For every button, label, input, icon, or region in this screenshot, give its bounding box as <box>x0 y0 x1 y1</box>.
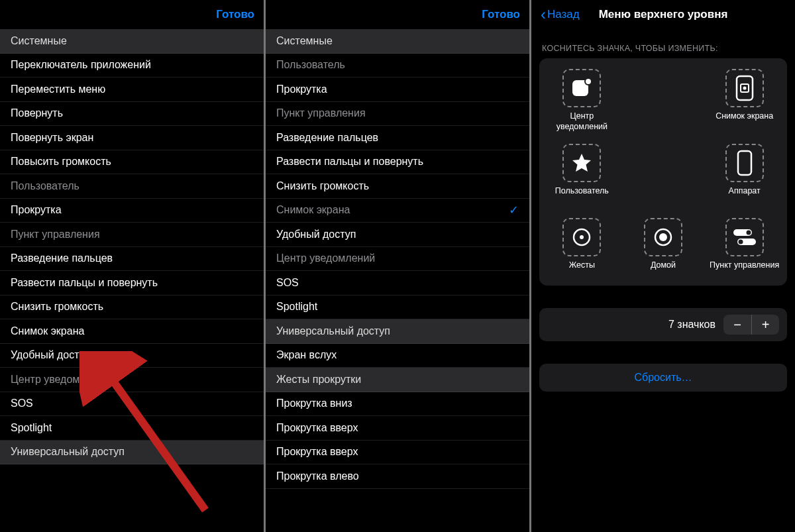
done-button[interactable]: Готово <box>482 8 520 21</box>
list-item[interactable]: Пользователь <box>266 54 529 78</box>
navbar-3: ‹ Назад Меню верхнего уровня <box>531 0 795 29</box>
list-item-label: Переместить меню <box>11 83 105 95</box>
notif-icon[interactable] <box>562 69 601 107</box>
list-item-label: Экран вслух <box>276 349 337 361</box>
section-hint: КОСНИТЕСЬ ЗНАЧКА, ЧТОБЫ ИЗМЕНИТЬ: <box>531 29 795 58</box>
toggles-icon[interactable] <box>725 218 764 256</box>
list-item[interactable]: Переключатель приложений <box>0 54 264 78</box>
list-item[interactable]: Spotlight <box>0 416 264 441</box>
list-item[interactable]: Разведение пальцев <box>266 126 529 150</box>
list-item[interactable]: Снимок экрана✓ <box>266 199 529 223</box>
list-item[interactable]: Прокрутка вниз <box>266 392 529 417</box>
svg-rect-7 <box>738 151 751 175</box>
stepper-plus[interactable]: + <box>751 315 779 335</box>
icon-grid-card: Центр уведомленийСнимок экранаПользовате… <box>539 58 787 286</box>
list-item-label: Снимок экрана <box>276 204 350 216</box>
list-item-label: Развести пальцы и повернуть <box>11 277 158 289</box>
list-item[interactable]: Прокрутка влево <box>266 464 529 489</box>
icon-label: Домой <box>651 260 676 280</box>
list-item-label: Пункт управления <box>11 229 100 240</box>
gesture-icon[interactable] <box>562 218 601 256</box>
list-item-label: Повысить громкость <box>11 156 111 168</box>
reset-button[interactable]: Сбросить… <box>539 364 787 392</box>
list-item-label: Системные <box>276 35 333 47</box>
panel-1: Готово СистемныеПереключатель приложений… <box>0 0 264 532</box>
list-item-label: Снизить громкость <box>11 301 103 313</box>
list-item[interactable]: Spotlight <box>266 295 529 320</box>
list-item-label: Прокрутка вверх <box>276 422 358 434</box>
list-item-label: Spotlight <box>276 301 317 313</box>
navbar-2: Готово <box>266 0 529 29</box>
list-item-label: Пользователь <box>276 59 345 71</box>
icon-label: Жесты <box>569 260 595 280</box>
list-item[interactable]: Развести пальцы и повернуть <box>266 150 529 175</box>
list-item[interactable]: Снимок экрана <box>0 319 264 344</box>
svg-point-9 <box>580 235 584 239</box>
section-header: Системные <box>0 29 264 54</box>
device-icon[interactable] <box>725 144 764 182</box>
list-item[interactable]: Повысить громкость <box>0 150 264 175</box>
stepper-minus[interactable]: − <box>723 315 751 335</box>
list-item-label: Снизить громкость <box>276 180 369 192</box>
list-item[interactable]: Прокрутка <box>266 78 529 102</box>
list-item-label: Универсальный доступ <box>11 446 125 458</box>
list-item-label: Развести пальцы и повернуть <box>276 156 423 168</box>
svg-point-6 <box>743 87 746 90</box>
icon-count-stepper[interactable]: − + <box>723 315 779 335</box>
list-item-label: Разведение пальцев <box>11 252 113 264</box>
list-item[interactable]: Пользователь <box>0 174 264 199</box>
option-list-1[interactable]: СистемныеПереключатель приложенийПеремес… <box>0 29 264 532</box>
list-item[interactable]: Переместить меню <box>0 78 264 102</box>
list-item[interactable]: SOS <box>0 392 264 417</box>
screenshot-icon[interactable] <box>725 69 764 107</box>
list-item-label: Снимок экрана <box>11 325 84 337</box>
list-item[interactable]: Прокрутка <box>0 199 264 223</box>
list-item-label: Центр уведомлений <box>11 374 109 386</box>
list-item[interactable]: Повернуть экран <box>0 126 264 150</box>
list-item[interactable]: Прокрутка вверх <box>266 416 529 441</box>
list-item[interactable]: Прокрутка вверх <box>266 441 529 465</box>
list-item-label: Центр уведомлений <box>276 252 375 264</box>
list-item-label: Повернуть экран <box>11 132 93 144</box>
list-item[interactable]: Удобный доступ <box>0 344 264 368</box>
list-item-label: Прокрутка <box>276 83 327 95</box>
list-item[interactable]: Развести пальцы и повернуть <box>0 271 264 295</box>
icon-label: Пункт управления <box>710 260 779 280</box>
list-item-label: Переключатель приложений <box>11 59 151 71</box>
navbar-1: Готово <box>0 0 264 29</box>
star-icon[interactable] <box>562 144 601 182</box>
icon-label: Снимок экрана <box>716 111 773 131</box>
section-header: Жесты прокрутки <box>266 368 529 392</box>
list-item[interactable]: Центр уведомлений <box>266 247 529 272</box>
icon-label: Пользователь <box>555 186 609 206</box>
icon-slot: Пункт управления <box>708 218 781 280</box>
svg-point-13 <box>746 231 751 235</box>
option-list-2[interactable]: СистемныеПользовательПрокруткаПункт упра… <box>266 29 529 532</box>
home-icon[interactable] <box>644 218 682 256</box>
list-item-label: Пользователь <box>11 180 80 192</box>
svg-point-11 <box>659 233 667 241</box>
icon-label: Центр уведомлений <box>545 111 618 132</box>
list-item[interactable]: Повернуть <box>0 102 264 127</box>
list-item[interactable]: Разведение пальцев <box>0 247 264 272</box>
svg-point-3 <box>585 78 592 85</box>
list-item[interactable]: Снизить громкость <box>0 295 264 320</box>
back-button[interactable]: ‹ Назад <box>541 7 580 23</box>
list-item-label: Прокрутка вниз <box>276 398 352 409</box>
icon-slot: Жесты <box>545 218 618 280</box>
list-item-label: Универсальный доступ <box>276 325 390 337</box>
list-item[interactable]: Удобный доступ <box>266 223 529 247</box>
list-item[interactable]: Пункт управления <box>266 102 529 127</box>
list-item[interactable]: Центр уведомлений <box>0 368 264 392</box>
icon-slot: Пользователь <box>545 144 618 206</box>
list-item[interactable]: SOS <box>266 271 529 295</box>
list-item-label: Прокрутка влево <box>276 470 359 482</box>
list-item-label: Прокрутка <box>11 204 62 216</box>
icon-slot: Аппарат <box>708 144 781 206</box>
list-item[interactable]: Экран вслух <box>266 344 529 368</box>
section-header: Универсальный доступ <box>266 319 529 344</box>
list-item[interactable]: Снизить громкость <box>266 174 529 199</box>
list-item[interactable]: Пункт управления <box>0 223 264 247</box>
done-button[interactable]: Готово <box>216 8 254 21</box>
list-item-label: Прокрутка вверх <box>276 446 358 458</box>
